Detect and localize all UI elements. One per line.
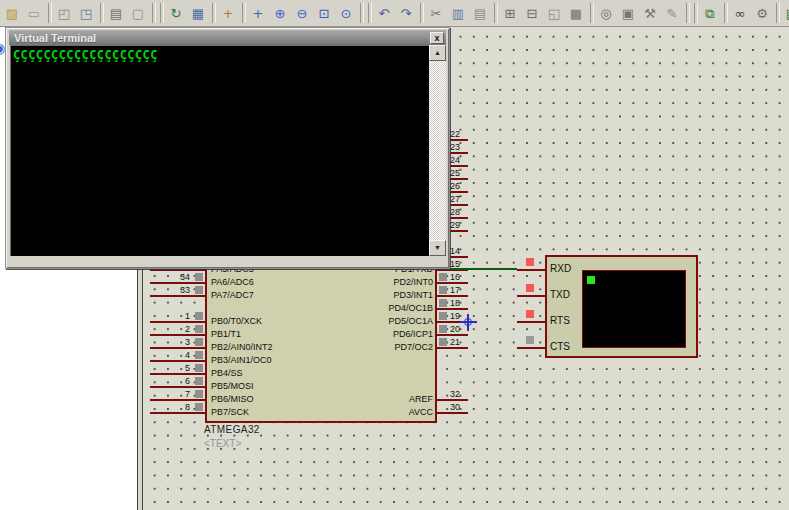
pin-number: 6 xyxy=(150,376,190,386)
toolbar-icon-glyph: ▥ xyxy=(452,7,464,20)
main-toolbar: ▨▭◰◳▤▢↻▦++⊕⊖⊡⊙↶↷✂▥▤⊞⊟◱■◎▣⚒✎⧉∞⚙▧▢▮ xyxy=(0,0,789,27)
toolbar-icon-glyph: ⊟ xyxy=(527,7,538,20)
pan-icon[interactable]: + xyxy=(247,2,269,24)
pin-line xyxy=(517,347,545,349)
pin-number: 8 xyxy=(150,402,190,412)
pin-state-square xyxy=(195,377,203,385)
pin-name: PB2/AIN0/INT2 xyxy=(211,343,273,352)
export-section-icon[interactable]: ◳ xyxy=(75,2,97,24)
copy-icon[interactable]: ▥ xyxy=(447,2,469,24)
packaging-tool-icon[interactable]: ⚒ xyxy=(639,2,661,24)
origin-icon[interactable]: + xyxy=(217,2,239,24)
pick-parts-icon[interactable]: ◎ xyxy=(595,2,617,24)
toolbar-icon xyxy=(365,2,373,24)
pin-state-square xyxy=(195,325,203,333)
redraw-icon[interactable]: ↻ xyxy=(165,2,187,24)
proteus-workspace: ▨▭◰◳▤▢↻▦++⊕⊖⊡⊙↶↷✂▥▤⊞⊟◱■◎▣⚒✎⧉∞⚙▧▢▮ ◉ PA5/… xyxy=(0,0,789,510)
pin-number: 28 xyxy=(450,207,474,217)
window-title: Virtual Terminal xyxy=(9,32,96,44)
make-device-icon[interactable]: ▣ xyxy=(617,2,639,24)
zoom-all-icon[interactable]: ⊙ xyxy=(335,2,357,24)
toolbar-icon-glyph: ▢ xyxy=(132,7,144,20)
pin-state-square xyxy=(526,284,534,292)
toolbar-icon xyxy=(97,2,105,24)
toggle-grid-icon[interactable]: ▦ xyxy=(187,2,209,24)
paste-icon[interactable]: ▤ xyxy=(469,2,491,24)
block-rotate-icon[interactable]: ◱ xyxy=(543,2,565,24)
block-copy-icon[interactable]: ⊞ xyxy=(499,2,521,24)
pin-number: 34 xyxy=(150,272,190,282)
pin-number: 5 xyxy=(150,363,190,373)
toolbar-icon-glyph: ⊞ xyxy=(505,7,516,20)
mark-output-area-icon[interactable]: ▢ xyxy=(127,2,149,24)
pin-line xyxy=(517,269,545,271)
window-titlebar[interactable]: Virtual Terminal x xyxy=(9,30,446,45)
pin-state-square xyxy=(195,364,203,372)
toolbar-icon-glyph: ▨ xyxy=(6,7,18,20)
pin-number: 16 xyxy=(450,272,474,282)
zoom-area-icon[interactable]: ⊡ xyxy=(313,2,335,24)
cursor-crosshair-icon xyxy=(460,314,477,331)
toolbar-icon-glyph: ↻ xyxy=(171,7,182,20)
close-icon[interactable]: x xyxy=(430,32,444,44)
component-text-placeholder[interactable]: <TEXT> xyxy=(204,438,241,449)
toolbar-icon-glyph: + xyxy=(223,7,234,20)
pin-number: 23 xyxy=(450,142,474,152)
decompose-icon[interactable]: ✎ xyxy=(661,2,683,24)
import-section-icon[interactable]: ◰ xyxy=(53,2,75,24)
txd-rxd-wire[interactable] xyxy=(450,268,517,270)
property-assignment-icon[interactable]: ⚙ xyxy=(751,2,773,24)
terminal-scrollbar[interactable]: ▲ ▼ xyxy=(429,45,446,256)
pin-name: PD3/INT1 xyxy=(304,291,433,300)
terminal-cursor-block xyxy=(587,276,595,284)
terminal-output-area[interactable]: ÇÇÇÇÇÇÇÇÇÇÇÇÇÇÇÇÇÇÇ xyxy=(10,45,429,256)
zoom-in-icon[interactable]: ⊕ xyxy=(269,2,291,24)
undo-icon[interactable]: ↶ xyxy=(373,2,395,24)
pin-line xyxy=(150,269,205,271)
scroll-up-icon[interactable]: ▲ xyxy=(429,45,446,61)
pin-state-square xyxy=(439,312,447,320)
pin-line xyxy=(150,412,205,414)
pin-number: 17 xyxy=(450,285,474,295)
design-explorer-icon[interactable]: ▧ xyxy=(781,2,789,24)
toolbar-icon xyxy=(157,2,165,24)
toolbar-icon-glyph: ⚙ xyxy=(756,7,768,20)
block-move-icon[interactable]: ⊟ xyxy=(521,2,543,24)
pin-line xyxy=(437,399,468,401)
pin-state-square xyxy=(439,286,447,294)
pin-line xyxy=(150,373,205,375)
pin-name: PD7/OC2 xyxy=(304,343,433,352)
toolbar-icon-glyph: ∞ xyxy=(735,7,746,20)
toolbar-icon-glyph: ◰ xyxy=(58,7,70,20)
component-reference-label[interactable]: ATMEGA32 xyxy=(204,424,260,435)
toolbar-icon-glyph: ⊖ xyxy=(297,7,308,20)
scroll-down-icon[interactable]: ▼ xyxy=(429,240,446,256)
toolbar-icon-glyph: ▦ xyxy=(192,7,204,20)
pin-name: RXD xyxy=(550,264,571,274)
pin-state-square xyxy=(439,325,447,333)
toolbar-icon xyxy=(149,2,157,24)
wire-autorouter-icon[interactable]: ⧉ xyxy=(699,2,721,24)
pin-name: PB7/SCK xyxy=(211,408,249,417)
zoom-out-icon[interactable]: ⊖ xyxy=(291,2,313,24)
toolbar-icon xyxy=(587,2,595,24)
open-design-icon[interactable]: ▨ xyxy=(1,2,23,24)
print-icon[interactable]: ▤ xyxy=(105,2,127,24)
pin-name: AREF xyxy=(304,395,433,404)
pin-number: 27 xyxy=(450,194,474,204)
redo-icon[interactable]: ↷ xyxy=(395,2,417,24)
search-tag-icon[interactable]: ∞ xyxy=(729,2,751,24)
save-design-icon[interactable]: ▭ xyxy=(23,2,45,24)
pin-line xyxy=(437,347,468,349)
pin-state-square xyxy=(439,299,447,307)
block-delete-icon[interactable]: ■ xyxy=(565,2,587,24)
pin-name: PA7/ADC7 xyxy=(211,291,254,300)
toolbar-icon-glyph: ⊙ xyxy=(341,7,352,20)
cut-icon[interactable]: ✂ xyxy=(425,2,447,24)
pin-state-square xyxy=(526,310,534,318)
terminal-received-text: ÇÇÇÇÇÇÇÇÇÇÇÇÇÇÇÇÇÇÇ xyxy=(13,48,158,62)
pin-line xyxy=(150,399,205,401)
pin-name: AVCC xyxy=(304,408,433,417)
pin-name: PB0/T0/XCK xyxy=(211,317,262,326)
pin-name: TXD xyxy=(550,290,570,300)
